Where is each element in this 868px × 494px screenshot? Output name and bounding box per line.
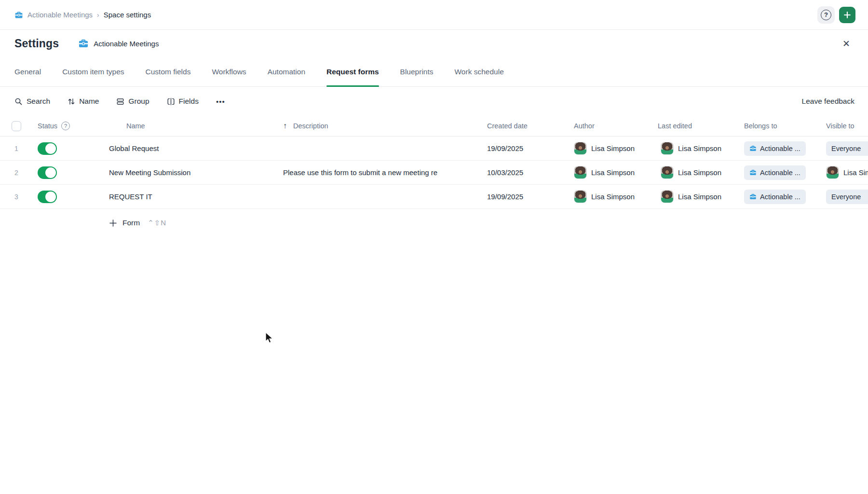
last-edited-by-name: Lisa Simpson bbox=[678, 144, 721, 152]
header-author[interactable]: Author bbox=[572, 122, 657, 130]
header-select-all bbox=[0, 121, 33, 131]
belongs-to-chip[interactable]: Actionable ... bbox=[744, 165, 806, 180]
sort-label: Name bbox=[79, 97, 99, 106]
header-belongs-to[interactable]: Belongs to bbox=[742, 122, 816, 130]
leave-feedback-button[interactable]: Leave feedback bbox=[802, 97, 854, 106]
search-button[interactable]: Search bbox=[14, 97, 50, 106]
plus-icon bbox=[109, 219, 117, 227]
space-name-label: Actionable Meetings bbox=[94, 40, 159, 48]
header-description[interactable]: ↑ Description bbox=[283, 122, 477, 130]
table-row: 3 REQUEST IT 19/09/2025 Lisa Simpson Lis… bbox=[0, 185, 868, 209]
briefcase-icon bbox=[78, 38, 89, 49]
table-header-row: Status ? Name ↑ Description Created date… bbox=[0, 116, 868, 137]
form-name-link[interactable]: New Meeting Submission bbox=[109, 168, 190, 177]
search-icon bbox=[14, 97, 23, 106]
visible-to-chip[interactable]: Everyone bbox=[826, 190, 868, 204]
visible-to-user[interactable]: Lisa Simpson bbox=[843, 168, 868, 177]
avatar bbox=[826, 166, 839, 179]
belongs-to-chip[interactable]: Actionable ... bbox=[744, 190, 806, 204]
tab-custom-item-types[interactable]: Custom item types bbox=[62, 57, 124, 86]
sort-button[interactable]: Name bbox=[68, 97, 99, 106]
briefcase-icon bbox=[749, 193, 757, 200]
form-description: Please use this form to submit a new mee… bbox=[283, 168, 437, 177]
tab-work-schedule[interactable]: Work schedule bbox=[455, 57, 504, 86]
avatar bbox=[661, 166, 674, 179]
fields-icon bbox=[167, 97, 175, 106]
status-toggle[interactable] bbox=[38, 142, 57, 155]
header-status[interactable]: Status ? bbox=[33, 122, 109, 130]
visible-to-chip[interactable]: Everyone bbox=[826, 141, 868, 156]
mouse-cursor bbox=[265, 332, 274, 346]
avatar bbox=[661, 142, 674, 155]
close-settings-button[interactable]: ✕ bbox=[838, 35, 854, 52]
created-date: 10/03/2025 bbox=[487, 168, 523, 177]
group-label: Group bbox=[128, 97, 149, 106]
breadcrumb-space-label: Actionable Meetings bbox=[27, 11, 93, 19]
belongs-to-chip[interactable]: Actionable ... bbox=[744, 141, 806, 156]
breadcrumb-current-page: Space settings bbox=[104, 11, 151, 19]
header-name[interactable]: Name bbox=[109, 122, 283, 130]
page-title: Settings bbox=[14, 37, 59, 50]
form-name-link[interactable]: Global Request bbox=[109, 144, 159, 152]
status-toggle[interactable] bbox=[38, 166, 57, 179]
topbar-actions: ? bbox=[817, 6, 855, 24]
last-edited-by-name: Lisa Simpson bbox=[678, 192, 721, 201]
add-form-button[interactable]: Form bbox=[109, 219, 140, 227]
sort-arrows-icon bbox=[68, 97, 75, 106]
fields-button[interactable]: Fields bbox=[167, 97, 199, 106]
form-name-link[interactable]: REQUEST IT bbox=[109, 192, 152, 201]
keyboard-shortcut-hint: ⌃⇧N bbox=[148, 219, 166, 227]
belongs-to-label: Actionable ... bbox=[760, 169, 800, 177]
group-button[interactable]: Group bbox=[116, 97, 149, 106]
sort-ascending-icon[interactable]: ↑ bbox=[283, 122, 287, 130]
breadcrumb-separator: › bbox=[97, 11, 99, 19]
status-toggle[interactable] bbox=[38, 191, 57, 203]
more-options-button[interactable]: ••• bbox=[216, 97, 225, 106]
visible-to-label: Everyone bbox=[831, 193, 861, 201]
belongs-to-label: Actionable ... bbox=[760, 193, 800, 201]
author-name: Lisa Simpson bbox=[591, 168, 635, 177]
add-form-label: Form bbox=[122, 219, 140, 227]
space-badge: Actionable Meetings bbox=[78, 38, 159, 49]
author-name: Lisa Simpson bbox=[591, 192, 635, 201]
header-visible-to[interactable]: Visible to bbox=[816, 122, 868, 130]
group-icon bbox=[116, 97, 124, 106]
table-toolbar: Search Name Group Fields ••• bbox=[0, 87, 868, 116]
created-date: 19/09/2025 bbox=[487, 192, 523, 201]
tab-workflows[interactable]: Workflows bbox=[212, 57, 246, 86]
briefcase-icon bbox=[14, 11, 23, 19]
avatar bbox=[661, 190, 674, 203]
help-button[interactable]: ? bbox=[817, 6, 835, 24]
avatar bbox=[574, 142, 587, 155]
tab-general[interactable]: General bbox=[14, 57, 41, 86]
select-all-checkbox[interactable] bbox=[12, 121, 21, 131]
header-last-edited[interactable]: Last edited bbox=[657, 122, 742, 130]
breadcrumb: Actionable Meetings › Space settings bbox=[14, 11, 151, 19]
last-edited-by-name: Lisa Simpson bbox=[678, 168, 721, 177]
settings-header: Settings Actionable Meetings ✕ bbox=[0, 30, 868, 57]
table-row: 2 New Meeting Submission Please use this… bbox=[0, 161, 868, 185]
status-help-icon[interactable]: ? bbox=[61, 122, 70, 130]
add-form-row: Form ⌃⇧N bbox=[0, 209, 868, 237]
tab-custom-fields[interactable]: Custom fields bbox=[146, 57, 191, 86]
settings-tabs: General Custom item types Custom fields … bbox=[0, 57, 868, 87]
tab-blueprints[interactable]: Blueprints bbox=[400, 57, 434, 86]
create-new-button[interactable] bbox=[839, 7, 855, 23]
top-bar: Actionable Meetings › Space settings ? bbox=[0, 0, 868, 30]
created-date: 19/09/2025 bbox=[487, 144, 523, 152]
belongs-to-label: Actionable ... bbox=[760, 145, 800, 152]
breadcrumb-space-link[interactable]: Actionable Meetings bbox=[14, 11, 93, 19]
tab-request-forms[interactable]: Request forms bbox=[326, 57, 379, 86]
plus-icon bbox=[843, 11, 852, 19]
question-mark-icon: ? bbox=[821, 10, 831, 20]
tab-automation[interactable]: Automation bbox=[268, 57, 305, 86]
avatar bbox=[574, 166, 587, 179]
row-number: 1 bbox=[14, 145, 18, 152]
briefcase-icon bbox=[749, 169, 757, 176]
ellipsis-icon: ••• bbox=[216, 97, 225, 106]
avatar bbox=[574, 190, 587, 203]
row-number: 3 bbox=[14, 193, 18, 201]
author-name: Lisa Simpson bbox=[591, 144, 635, 152]
header-created-date[interactable]: Created date bbox=[477, 122, 572, 130]
search-label: Search bbox=[27, 97, 50, 106]
